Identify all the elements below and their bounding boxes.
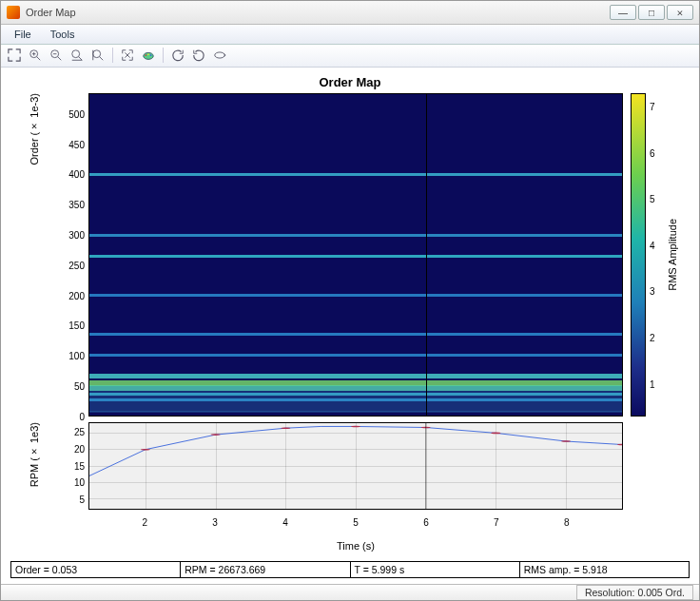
svg-line-11 xyxy=(100,57,104,61)
minimize-button[interactable]: — xyxy=(610,5,636,20)
palette-icon[interactable] xyxy=(139,47,158,64)
svg-point-23 xyxy=(491,432,500,434)
rpm-y-label: RPM (× 1e3) xyxy=(29,422,40,487)
rpm-y-ticks: 510152025 xyxy=(60,422,88,510)
svg-point-21 xyxy=(351,425,360,427)
svg-point-18 xyxy=(141,448,150,450)
maximize-button[interactable]: □ xyxy=(638,5,665,20)
svg-line-1 xyxy=(37,57,41,61)
window-title: Order Map xyxy=(26,7,610,18)
colorbar-ticks: 1234567 xyxy=(646,93,663,417)
toolbar xyxy=(1,45,699,67)
resolution-readout: Resolution: 0.005 Ord. xyxy=(576,585,693,600)
order-map-heatmap[interactable] xyxy=(88,93,623,417)
close-button[interactable]: ⨉ xyxy=(667,5,693,20)
order-y-ticks: 050100150200250300350400450500 xyxy=(60,93,88,417)
matlab-icon xyxy=(7,6,20,19)
svg-point-16 xyxy=(150,55,152,57)
zoom-y-icon[interactable] xyxy=(88,47,107,64)
menu-tools[interactable]: Tools xyxy=(43,27,83,42)
svg-point-17 xyxy=(215,52,225,58)
cursor-status-row: Order = 0.053 RPM = 26673.669 T = 5.999 … xyxy=(10,561,690,578)
figure-area: Order Map Order (× 1e-3) 050100150200250… xyxy=(1,68,699,584)
toolbar-separator xyxy=(163,48,164,63)
time-x-ticks: 2345678 xyxy=(88,517,623,531)
zoom-out-icon[interactable] xyxy=(47,47,66,64)
svg-point-10 xyxy=(93,50,101,58)
order-y-label: Order (× 1e-3) xyxy=(29,93,40,165)
svg-point-15 xyxy=(147,54,149,56)
svg-point-14 xyxy=(146,55,147,57)
menubar: File Tools xyxy=(1,25,699,45)
toolbar-separator xyxy=(112,48,113,63)
zoom-in-icon[interactable] xyxy=(26,47,45,64)
svg-point-7 xyxy=(72,50,80,58)
status-time: T = 5.999 s xyxy=(351,562,520,577)
zoom-x-icon[interactable] xyxy=(68,47,87,64)
fit-icon[interactable] xyxy=(118,47,137,64)
svg-point-20 xyxy=(281,427,290,429)
status-rpm: RPM = 26673.669 xyxy=(181,562,350,577)
app-window: Order Map — □ ⨉ File Tools Order Map Ord xyxy=(0,0,700,601)
svg-point-24 xyxy=(561,440,571,442)
status-order: Order = 0.053 xyxy=(11,562,181,577)
footer-statusbar: Resolution: 0.005 Ord. xyxy=(1,584,699,600)
colorbar-label: RMS Amplitude xyxy=(667,219,678,291)
titlebar[interactable]: Order Map — □ ⨉ xyxy=(1,1,699,25)
colorbar xyxy=(631,93,646,417)
rotate-cw-icon[interactable] xyxy=(189,47,208,64)
svg-point-19 xyxy=(211,434,221,436)
time-x-label: Time (s) xyxy=(88,540,623,552)
svg-line-8 xyxy=(79,57,83,61)
rpm-curve-plot[interactable] xyxy=(88,422,623,510)
svg-line-5 xyxy=(58,57,62,61)
chart-title: Order Map xyxy=(10,75,690,89)
menu-file[interactable]: File xyxy=(7,27,39,42)
rotate-ccw-icon[interactable] xyxy=(168,47,187,64)
status-rms: RMS amp. = 5.918 xyxy=(520,562,689,577)
loop-icon[interactable] xyxy=(210,47,229,64)
expand-arrows-icon[interactable] xyxy=(5,47,24,64)
